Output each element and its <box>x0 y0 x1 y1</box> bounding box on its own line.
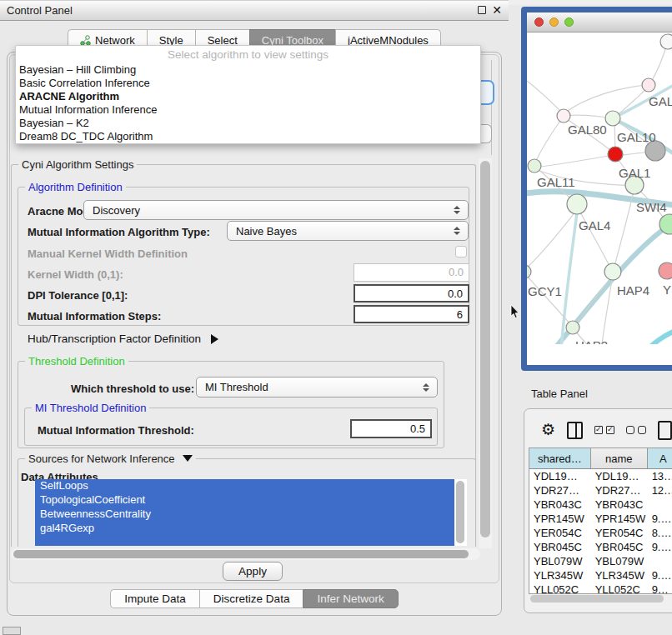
mi-steps-field[interactable]: 6 <box>354 305 469 323</box>
mi-threshold-field[interactable]: 0.5 <box>350 419 432 438</box>
attributes-scrollbar[interactable] <box>456 481 464 543</box>
table-row[interactable]: YLR345WYLR345W9.… <box>529 568 672 582</box>
table-row[interactable]: YDR27…YDR27…12… <box>529 483 672 498</box>
table-cell: YER054C <box>529 526 591 540</box>
checked-box-icon <box>594 426 603 434</box>
algorithm-option[interactable]: Bayesian – K2 <box>16 116 480 129</box>
tab-discretize-data[interactable]: Discretize Data <box>199 589 303 608</box>
data-attributes-list[interactable]: SelfLoopsTopologicalCoefficientBetweenne… <box>35 479 467 546</box>
group-title: Algorithm Definition <box>25 181 126 193</box>
attribute-item[interactable]: BetweennessCentrality <box>35 508 454 522</box>
network-node[interactable] <box>557 109 570 122</box>
table-row[interactable]: YDL19…YDL19…13… <box>529 469 672 483</box>
network-node[interactable] <box>660 34 672 49</box>
bottom-tab-bar: Impute Data Discretize Data Infer Networ… <box>0 589 509 609</box>
algorithm-option[interactable]: Basic Correlation Inference <box>16 76 480 89</box>
settings-vscrollbar-thumb[interactable] <box>480 161 490 538</box>
minimize-traffic-light-icon[interactable] <box>549 18 559 27</box>
network-node[interactable] <box>566 321 579 334</box>
dpi-tolerance-field[interactable]: 0.0 <box>354 284 469 302</box>
group-title: Cyni Algorithm Settings <box>18 158 137 171</box>
tab-impute-data[interactable]: Impute Data <box>110 589 199 608</box>
table-hscrollbar[interactable] <box>530 595 664 602</box>
network-node[interactable] <box>605 111 620 126</box>
algorithm-option[interactable]: Bayesian – Hill Climbing <box>16 62 480 76</box>
algorithm-option[interactable]: ARACNE Algorithm <box>16 89 480 102</box>
select-all-icon[interactable] <box>594 426 614 434</box>
control-panel-title: Control Panel <box>0 4 73 17</box>
network-view-window[interactable]: GALGAL80GAL10GAL1GAL11SWI4GAL4GCY1HAP4YH… <box>521 7 672 371</box>
network-edge <box>650 43 667 83</box>
network-window-titlebar <box>527 12 672 32</box>
kernel-width-field[interactable]: 0.0 <box>354 263 469 282</box>
close-icon[interactable]: ✕ <box>492 4 502 16</box>
network-node[interactable] <box>527 265 531 278</box>
column-header-name[interactable]: name <box>591 448 648 468</box>
network-node[interactable] <box>608 147 623 162</box>
table-cell: YER054C <box>591 526 648 540</box>
which-threshold-select[interactable]: MI Threshold <box>196 377 438 398</box>
table-cell: YBR043C <box>591 498 648 512</box>
table-row[interactable]: YBR043CYBR043C <box>529 498 672 512</box>
node-label: GAL <box>649 94 672 108</box>
expanded-arrow-icon <box>183 455 193 462</box>
table-row[interactable]: YLL052CYLL052C9… <box>529 582 672 594</box>
unchecked-box-icon <box>626 426 634 434</box>
spinner-arrows-icon <box>423 383 429 392</box>
table-cell: YLL052C <box>529 582 591 594</box>
table-cell: YBL079W <box>591 554 648 568</box>
table-cell: 12… <box>648 483 672 498</box>
network-canvas[interactable]: GALGAL80GAL10GAL1GAL11SWI4GAL4GCY1HAP4YH… <box>527 32 672 344</box>
checked-box-icon <box>606 426 614 434</box>
zoom-traffic-light-icon[interactable] <box>564 18 574 27</box>
algorithm-option[interactable]: Dream8 DC_TDC Algorithm <box>16 129 480 142</box>
attribute-item[interactable]: SelfLoops <box>35 479 454 493</box>
sources-toggle[interactable]: Sources for Network Inference <box>25 452 196 465</box>
node-label: GAL4 <box>579 218 610 232</box>
network-node[interactable] <box>567 194 587 214</box>
network-node[interactable] <box>659 262 672 279</box>
node-table: shared… name A YDL19…YDL19…13…YDR27…YDR2… <box>529 448 672 594</box>
document-icon[interactable] <box>658 421 672 440</box>
kernel-width-label: Kernel Width (0,1): <box>28 268 123 281</box>
table-cell: YBR043C <box>529 498 591 512</box>
attribute-item-partial[interactable] <box>35 536 454 546</box>
algorithm-combobox-fragment[interactable] <box>480 80 494 105</box>
network-edge <box>564 115 612 118</box>
gear-icon[interactable]: ⚙ <box>541 422 555 438</box>
algorithm-option[interactable]: Mutual Information Inference <box>16 102 480 116</box>
node-label: HAP4 <box>617 283 649 298</box>
attribute-item[interactable]: gal4RGexp <box>35 522 454 536</box>
apply-button[interactable]: Apply <box>223 562 283 581</box>
table-cell: YLR345W <box>591 568 648 582</box>
network-edge <box>535 155 614 168</box>
tab-infer-network[interactable]: Infer Network <box>303 589 398 608</box>
table-row[interactable]: YER054CYER054C8.… <box>529 526 672 540</box>
table-cell: YLR345W <box>529 568 591 582</box>
deselect-all-icon[interactable] <box>626 426 646 434</box>
table-body: YDL19…YDL19…13…YDR27…YDR27…12…YBR043CYBR… <box>529 469 672 594</box>
close-traffic-light-icon[interactable] <box>534 18 544 27</box>
mi-type-label: Mutual Information Algorithm Type: <box>28 226 210 238</box>
table-cell: YBR045C <box>529 540 591 554</box>
node-label: GAL10 <box>617 130 656 144</box>
column-header-shared-name[interactable]: shared… <box>529 448 591 468</box>
table-row[interactable]: YPR145WYPR145W9.… <box>529 512 672 526</box>
manual-kernel-checkbox[interactable] <box>455 246 467 258</box>
column-header-partial[interactable]: A <box>648 448 672 468</box>
split-columns-icon[interactable] <box>567 422 583 439</box>
attribute-item[interactable]: TopologicalCoefficient <box>35 493 454 508</box>
minimized-panel-icon[interactable] <box>3 627 21 635</box>
float-window-icon[interactable] <box>478 6 486 14</box>
hub-definition-toggle[interactable]: Hub/Transcription Factor Definition <box>28 332 218 345</box>
mi-type-select[interactable]: Naive Bayes <box>227 221 469 241</box>
table-row[interactable]: YBR045CYBR045C9.… <box>529 540 672 554</box>
network-node[interactable] <box>604 263 621 280</box>
aracne-mode-select[interactable]: Discovery <box>83 200 469 220</box>
table-cell: YDR27… <box>529 483 591 498</box>
network-node[interactable] <box>528 159 541 172</box>
network-node[interactable] <box>642 78 655 92</box>
table-row[interactable]: YBL079WYBL079W <box>529 554 672 568</box>
settings-hscrollbar-thumb[interactable] <box>13 550 469 558</box>
table-cell: YDL19… <box>529 469 591 483</box>
